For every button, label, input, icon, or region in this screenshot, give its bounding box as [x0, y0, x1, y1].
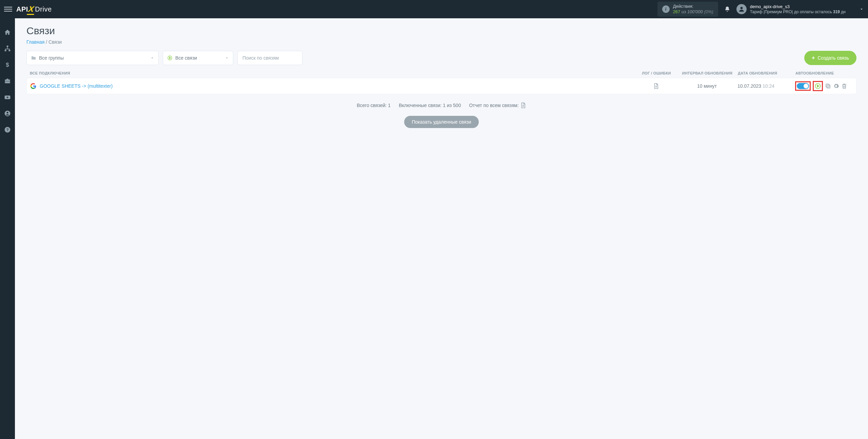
svg-point-7 — [7, 112, 8, 113]
copy-icon[interactable] — [825, 83, 831, 89]
topbar: APIXDrive i Действия: 267 из 100'000 (0%… — [0, 0, 868, 18]
nav-help-icon[interactable]: ? — [4, 126, 11, 133]
summary-enabled: Включенные связи: 1 из 500 — [399, 103, 461, 108]
chevron-down-icon — [859, 7, 864, 12]
svg-rect-2 — [5, 50, 6, 51]
highlight-toggle — [795, 81, 811, 91]
link-name[interactable]: GOOGLE SHEETS -> (multitexter) — [40, 83, 113, 89]
username: demo_apix-drive_s3 — [750, 4, 846, 9]
plus-icon: + — [812, 55, 815, 61]
logo[interactable]: APIXDrive — [16, 4, 52, 14]
interval-value: 10 минут — [676, 83, 737, 89]
svg-rect-13 — [826, 84, 829, 87]
page-title: Связи — [26, 25, 856, 37]
nav-user-icon[interactable] — [4, 110, 11, 117]
folder-icon — [31, 55, 36, 61]
show-deleted-button[interactable]: Показать удаленные связи — [404, 116, 478, 128]
chevron-down-icon — [225, 56, 229, 60]
create-link-button[interactable]: +Создать связь — [804, 51, 856, 65]
col-date: ДАТА ОБНОВЛЕНИЯ — [738, 71, 792, 75]
svg-point-0 — [740, 7, 743, 9]
tariff-line: Тариф |Премиум PRO| до оплаты осталось 3… — [750, 9, 846, 14]
status-count: 267 — [673, 9, 680, 14]
group-select[interactable]: Все группы — [26, 51, 159, 65]
svg-rect-3 — [8, 50, 10, 51]
col-auto: АВТООБНОВЛЕНИЕ — [792, 71, 853, 75]
highlight-play — [813, 81, 823, 91]
col-interval: ИНТЕРВАЛ ОБНОВЛЕНИЯ — [677, 71, 738, 75]
sidebar: $ ? — [0, 18, 15, 439]
table-row: GOOGLE SHEETS -> (multitexter) 10 минут … — [26, 78, 856, 94]
main-content: Связи Главная / Связи Все группы Все свя… — [15, 18, 868, 439]
summary-report: Отчет по всем связям: — [469, 102, 526, 108]
gear-icon[interactable] — [833, 83, 839, 89]
summary-total: Всего связей: 1 — [357, 103, 391, 108]
status-label: Действия: — [673, 4, 713, 9]
filters-row: Все группы Все связи +Создать связь — [26, 51, 856, 65]
svg-rect-1 — [7, 46, 8, 47]
nav-sitemap-icon[interactable] — [4, 45, 11, 52]
svg-text:?: ? — [6, 127, 8, 132]
play-circle-icon — [167, 55, 173, 61]
col-all: ВСЕ ПОДКЛЮЧЕНИЯ — [30, 71, 636, 75]
trash-icon[interactable] — [841, 83, 847, 89]
date-value: 10.07.2023 10:24 — [737, 83, 792, 89]
chevron-down-icon — [150, 56, 154, 60]
nav-youtube-icon[interactable] — [4, 93, 11, 101]
breadcrumb: Главная / Связи — [26, 39, 856, 45]
breadcrumb-home[interactable]: Главная — [26, 39, 44, 45]
breadcrumb-current: Связи — [48, 39, 62, 45]
status-pill[interactable]: i Действия: 267 из 100'000 (0%) — [657, 2, 718, 16]
play-icon[interactable] — [814, 83, 821, 89]
auto-update-toggle[interactable] — [797, 83, 809, 89]
search-input[interactable] — [237, 51, 302, 65]
log-icon[interactable] — [653, 83, 659, 89]
col-log: ЛОГ / ОШИБКИ — [636, 71, 677, 75]
info-icon: i — [662, 5, 670, 13]
table-header: ВСЕ ПОДКЛЮЧЕНИЯ ЛОГ / ОШИБКИ ИНТЕРВАЛ ОБ… — [26, 71, 856, 78]
notifications-icon[interactable] — [724, 6, 730, 12]
nav-home-icon[interactable] — [4, 28, 11, 36]
nav-dollar-icon[interactable]: $ — [4, 61, 11, 68]
svg-text:$: $ — [6, 62, 9, 68]
avatar-icon — [736, 4, 747, 14]
google-icon — [30, 83, 36, 89]
nav-briefcase-icon[interactable] — [4, 77, 11, 85]
menu-toggle[interactable] — [4, 5, 12, 13]
links-select[interactable]: Все связи — [163, 51, 233, 65]
user-menu[interactable]: demo_apix-drive_s3 Тариф |Премиум PRO| д… — [736, 4, 864, 14]
report-icon[interactable] — [520, 102, 526, 108]
svg-rect-12 — [827, 85, 830, 88]
summary-row: Всего связей: 1 Включенные связи: 1 из 5… — [26, 102, 856, 108]
